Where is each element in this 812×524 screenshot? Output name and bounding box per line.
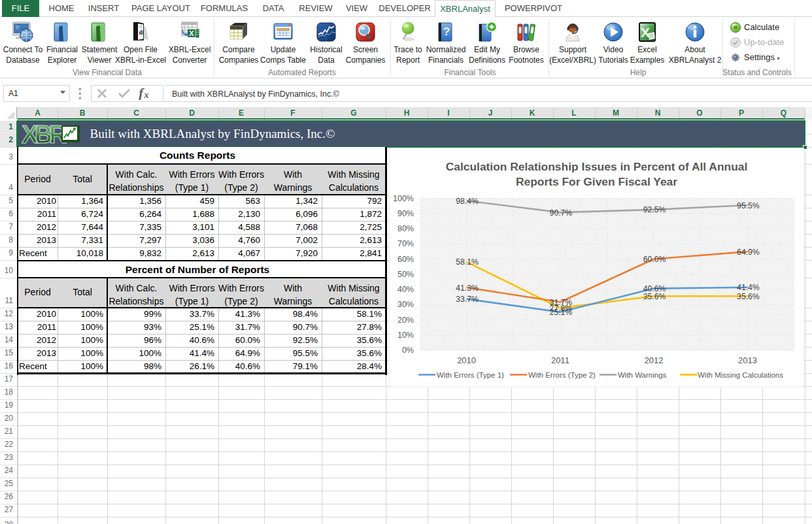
svg-text:90%: 90% — [398, 209, 414, 218]
svg-text:With Errors (Type 2): With Errors (Type 2) — [528, 371, 596, 379]
svg-text:2011: 2011 — [551, 355, 569, 365]
svg-text:With Warnings: With Warnings — [618, 371, 667, 379]
svg-text:80%: 80% — [398, 224, 414, 233]
svg-text:X: X — [641, 25, 650, 40]
svg-text:With Errors (Type 1): With Errors (Type 1) — [437, 371, 504, 379]
svg-text:33.7%: 33.7% — [456, 295, 479, 304]
svg-text:?: ? — [443, 25, 450, 38]
svg-text:x: x — [144, 90, 149, 100]
svg-text:100%: 100% — [393, 194, 414, 203]
svg-text:10%: 10% — [398, 331, 414, 340]
svg-text:64.9%: 64.9% — [737, 248, 760, 257]
svg-text:With Missing Calculations: With Missing Calculations — [698, 371, 783, 379]
svg-text:60.0%: 60.0% — [643, 255, 666, 264]
svg-text:35.6%: 35.6% — [643, 292, 666, 301]
svg-text:95.5%: 95.5% — [737, 201, 760, 210]
svg-text:50%: 50% — [398, 270, 414, 279]
svg-text:41.3%: 41.3% — [456, 284, 479, 293]
svg-text:30%: 30% — [398, 300, 414, 309]
svg-text:40%: 40% — [398, 285, 414, 294]
svg-text:60%: 60% — [398, 255, 414, 264]
svg-text:0%: 0% — [402, 346, 414, 355]
svg-text:58.1%: 58.1% — [456, 257, 479, 267]
svg-text:70%: 70% — [398, 239, 414, 248]
svg-text:98.4%: 98.4% — [456, 197, 479, 206]
svg-text:20%: 20% — [398, 316, 414, 325]
svg-text:90.7%: 90.7% — [550, 208, 573, 218]
svg-text:35.6%: 35.6% — [737, 292, 760, 301]
svg-text:2010: 2010 — [457, 355, 476, 365]
svg-text:41.4%: 41.4% — [737, 283, 760, 292]
svg-text:XBR: XBR — [22, 122, 67, 146]
svg-text:Reports For Given Fiscal Year: Reports For Given Fiscal Year — [516, 175, 677, 188]
svg-text:2012: 2012 — [645, 355, 664, 365]
svg-text:92.5%: 92.5% — [643, 205, 666, 214]
svg-text:2013: 2013 — [738, 355, 757, 365]
svg-text:X: X — [189, 29, 194, 37]
svg-text:Calculation Relationship Issue: Calculation Relationship Issues in Perce… — [446, 160, 748, 173]
svg-text:27.8%: 27.8% — [550, 304, 573, 313]
